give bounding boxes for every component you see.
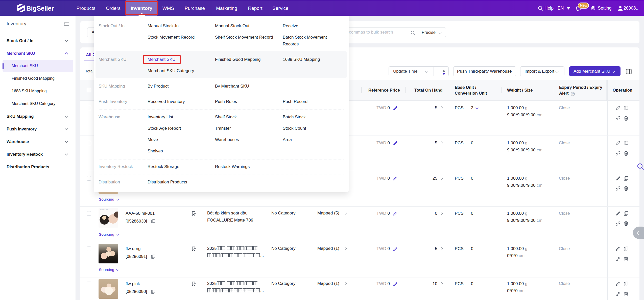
- svg-text:?: ?: [572, 92, 574, 95]
